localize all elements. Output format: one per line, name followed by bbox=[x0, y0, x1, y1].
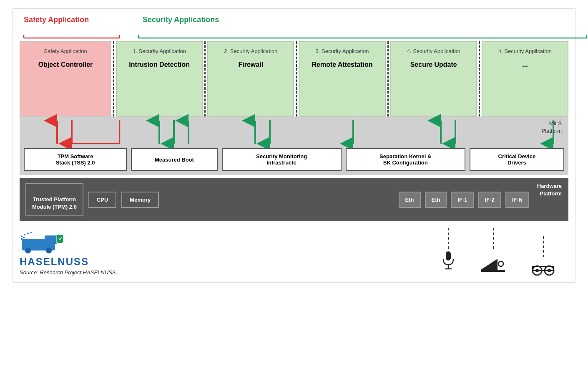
dashed-sep-1 bbox=[113, 41, 114, 116]
hw-box-memory: Memory bbox=[121, 192, 159, 208]
hw-box-if1: IF-1 bbox=[451, 192, 474, 208]
svg-point-33 bbox=[23, 237, 25, 238]
dashed-sep-5 bbox=[479, 41, 480, 116]
mils-label: MILSPlatform bbox=[542, 120, 562, 135]
secN-sub-label: n. Security Application bbox=[498, 48, 552, 54]
mils-boxes-row: TPM Software Stack (TSS) 2.0 Measured Bo… bbox=[24, 148, 564, 171]
sec1-sub-label: 1. Security Application bbox=[133, 48, 186, 54]
svg-point-32 bbox=[21, 238, 23, 240]
mils-box-smi: Security Monitoring Infrastructe bbox=[222, 148, 342, 171]
sec1-main-label: Intrusion Detection bbox=[129, 61, 190, 68]
safety-sub-label: Safety Application bbox=[44, 48, 87, 54]
hw-label: HardwarePlatform bbox=[537, 182, 562, 197]
svg-point-30 bbox=[27, 233, 29, 234]
microphone-icon bbox=[441, 250, 456, 276]
hw-box-eth2: Eth bbox=[425, 192, 447, 208]
mils-box-boot: Measured Boot bbox=[131, 148, 217, 171]
svg-point-25 bbox=[46, 248, 52, 253]
svg-point-28 bbox=[21, 235, 23, 237]
app-box-sec2: 2. Security Application Firewall bbox=[207, 41, 294, 116]
sec4-sub-label: 4. Security Application bbox=[407, 48, 460, 54]
device-if1 bbox=[441, 228, 456, 276]
apps-row: Safety Application Object Controller 1. … bbox=[20, 41, 568, 116]
sec3-main-label: Remote Attestation bbox=[312, 61, 372, 68]
svg-text:✓: ✓ bbox=[58, 236, 63, 242]
security-header-label: Security Applications bbox=[143, 15, 219, 24]
dashed-sep-3 bbox=[296, 41, 297, 116]
svg-point-24 bbox=[25, 248, 31, 253]
svg-rect-34 bbox=[446, 251, 451, 261]
mils-arrows-svg bbox=[24, 116, 588, 147]
hw-box-eth1: Eth bbox=[399, 192, 421, 208]
haselnuss-logo: ✓ HASELNUSS Source: Research Project HAS… bbox=[20, 231, 116, 276]
mils-box-sep: Separation Kernel & SK Configuration bbox=[346, 148, 465, 171]
hardware-platform: HardwarePlatform Trusted Platform Module… bbox=[20, 178, 568, 221]
svg-rect-37 bbox=[481, 270, 505, 272]
hw-box-cpu: CPU bbox=[88, 192, 116, 208]
logo-text: HASELNUSS bbox=[20, 256, 116, 268]
svg-point-31 bbox=[30, 232, 32, 233]
svg-point-39 bbox=[498, 261, 503, 266]
hw-box-tpm: Trusted Platform Module (TPM) 2.0 bbox=[25, 183, 83, 216]
ramp-icon bbox=[481, 250, 506, 276]
sec2-main-label: Firewall bbox=[239, 61, 264, 68]
app-box-sec1: 1. Security Application Intrusion Detect… bbox=[116, 41, 203, 116]
bottom-row: ✓ HASELNUSS Source: Research Project HAS… bbox=[20, 228, 568, 276]
source-text: Source: Research Project HASELNUSS bbox=[20, 269, 116, 276]
mils-platform: MILSPlatform bbox=[20, 116, 568, 175]
app-box-sec3: 3. Security Application Remote Attestati… bbox=[299, 41, 385, 116]
svg-marker-38 bbox=[481, 259, 498, 270]
logo-svg: ✓ bbox=[20, 231, 70, 254]
svg-rect-26 bbox=[45, 235, 57, 244]
device-if2 bbox=[481, 228, 506, 276]
app-box-sec4: 4. Security Application Secure Update bbox=[390, 41, 477, 116]
safety-header-label: Safety Application bbox=[24, 15, 89, 24]
app-box-safety: Safety Application Object Controller bbox=[20, 41, 111, 116]
sec3-sub-label: 3. Security Application bbox=[316, 48, 369, 54]
svg-point-29 bbox=[24, 234, 25, 235]
diagram: Safety Application Security Applications… bbox=[13, 8, 575, 283]
hw-box-if2: IF-2 bbox=[478, 192, 501, 208]
hw-box-ifN: IF-N bbox=[505, 192, 529, 208]
wheel-icon bbox=[531, 259, 556, 276]
secN-main-label: ... bbox=[522, 61, 528, 68]
device-ifN bbox=[531, 236, 556, 276]
sec2-sub-label: 2. Security Application bbox=[224, 48, 277, 54]
mils-box-tpm: TPM Software Stack (TSS) 2.0 bbox=[24, 148, 127, 171]
sec4-main-label: Secure Update bbox=[410, 61, 457, 68]
mils-box-cdd: Critical Device Drivers bbox=[470, 148, 564, 171]
bracket-svg bbox=[20, 30, 587, 40]
app-box-secN: n. Security Application ... bbox=[482, 41, 568, 116]
dashed-sep-4 bbox=[387, 41, 389, 116]
safety-main-label: Object Controller bbox=[38, 61, 93, 68]
dashed-sep-2 bbox=[204, 41, 206, 116]
